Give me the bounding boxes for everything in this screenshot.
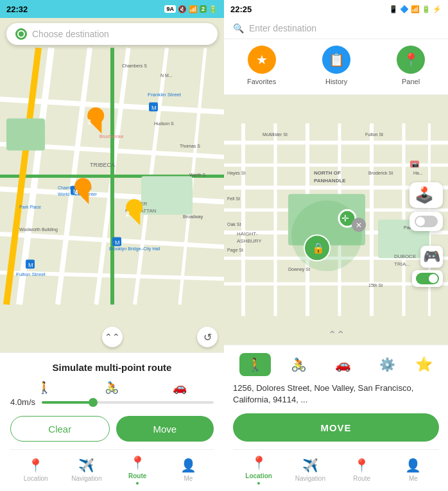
svg-rect-14 bbox=[6, 119, 45, 151]
move-right-button[interactable]: MOVE bbox=[233, 413, 439, 442]
left-nav-bar: 📍 Location ✈️ Navigation 📍 Route 👤 Me bbox=[10, 449, 214, 491]
svg-text:Worth S: Worth S bbox=[189, 173, 205, 177]
walk-mode[interactable]: 🚶 bbox=[239, 353, 271, 376]
nav-label-location: Location bbox=[24, 475, 48, 482]
badge-2: 2 bbox=[200, 5, 207, 13]
svg-text:Broderick St: Broderick St bbox=[368, 171, 393, 175]
right-map[interactable]: McAllister St Fulton St Hayes St Fell St… bbox=[224, 95, 448, 345]
r-nav-item-location[interactable]: 📍 Location bbox=[233, 455, 284, 485]
avatar-widget[interactable]: 🎮 bbox=[420, 246, 443, 268]
svg-text:Page St: Page St bbox=[227, 248, 243, 253]
settings-mode[interactable]: ⚙️ bbox=[372, 353, 403, 376]
quick-actions: ★ Favorites 📋 History 📍 Panel bbox=[224, 39, 448, 95]
badge-9a: 9A bbox=[164, 5, 176, 13]
svg-text:Fulton Street: Fulton Street bbox=[16, 271, 46, 277]
navigation-nav-icon: ✈️ bbox=[78, 458, 94, 473]
move-button[interactable]: Move bbox=[116, 416, 214, 442]
svg-text:PANHANDLE: PANHANDLE bbox=[314, 178, 346, 184]
svg-text:Hayes St: Hayes St bbox=[227, 171, 245, 176]
svg-text:M: M bbox=[151, 105, 157, 111]
toggle-row-1 bbox=[415, 216, 438, 227]
clear-button[interactable]: Clear bbox=[10, 416, 110, 442]
me-nav-icon: 👤 bbox=[180, 458, 196, 473]
svg-text:Hudson S: Hudson S bbox=[154, 121, 174, 126]
joystick-widget[interactable]: 🕹️ bbox=[409, 182, 443, 208]
walk-icon[interactable]: 🚶 bbox=[37, 381, 51, 395]
svg-text:Oak St: Oak St bbox=[227, 222, 241, 227]
left-search-bar[interactable]: Choose destination bbox=[6, 23, 218, 45]
svg-text:✕: ✕ bbox=[356, 221, 362, 230]
right-status-bar: 22:25 📱 🔷 📶 🔋 ⚡ bbox=[224, 0, 448, 18]
svg-text:📷: 📷 bbox=[412, 161, 418, 168]
svg-text:TRIBECA: TRIBECA bbox=[90, 162, 115, 168]
speed-label: 4.0m/s bbox=[10, 397, 35, 407]
scroll-up-button[interactable]: ⌃⌃ bbox=[102, 327, 123, 347]
toggle-switch-2[interactable] bbox=[416, 273, 439, 284]
undo-button[interactable]: ↺ bbox=[197, 327, 218, 347]
r-nav-item-me[interactable]: 👤 Me bbox=[388, 458, 439, 482]
favorites-label: Favorites bbox=[247, 78, 276, 85]
svg-text:McAllister St: McAllister St bbox=[263, 132, 288, 137]
nav-label-route: Route bbox=[128, 472, 146, 479]
r-nav-label-navigation: Navigation bbox=[295, 475, 325, 482]
speed-fill bbox=[42, 401, 93, 404]
svg-text:15th St: 15th St bbox=[368, 283, 383, 288]
nav-item-navigation[interactable]: ✈️ Navigation bbox=[61, 458, 112, 482]
transport-icons-row: 🚶 🚴 🚗 bbox=[10, 381, 214, 395]
favorites-action[interactable]: ★ Favorites bbox=[247, 46, 276, 85]
action-buttons: Clear Move bbox=[10, 416, 214, 442]
toggle-widget-1 bbox=[409, 212, 443, 231]
svg-text:Park Place: Park Place bbox=[19, 205, 41, 209]
right-bottom-panel: 🚶 🚴 🚗 ⚙️ ⭐ 1256, Dolores Street, Noe Val… bbox=[224, 345, 448, 491]
panel-label: Panel bbox=[402, 78, 420, 85]
car-mode[interactable]: 🚗 bbox=[327, 353, 359, 376]
svg-text:TRIA...: TRIA... bbox=[394, 261, 410, 267]
bike-mode[interactable]: 🚴 bbox=[283, 353, 314, 376]
route-nav-icon: 📍 bbox=[130, 455, 146, 470]
toggle-widget-2 bbox=[412, 270, 443, 287]
svg-text:✛: ✛ bbox=[341, 213, 349, 223]
speed-slider[interactable] bbox=[42, 401, 214, 404]
right-search-placeholder: Enter destination bbox=[249, 23, 316, 33]
wifi-icon: 📶 bbox=[411, 5, 420, 13]
svg-text:Broadway: Broadway bbox=[183, 214, 203, 220]
left-map[interactable]: TRIBECA LOWER MANHATTAN Brushstroke Cham… bbox=[0, 0, 224, 352]
left-status-bar: 22:32 9A 🔇 📶 2 🔋 bbox=[0, 0, 224, 18]
panel-action[interactable]: 📍 Panel bbox=[397, 46, 425, 85]
nav-item-route[interactable]: 📍 Route bbox=[112, 455, 163, 485]
right-status-icons: 📱 🔷 📶 🔋 ⚡ bbox=[389, 5, 442, 13]
favorite-star[interactable]: ⭐ bbox=[415, 356, 433, 373]
left-time: 22:32 bbox=[6, 4, 28, 14]
car-icon[interactable]: 🚗 bbox=[173, 381, 187, 395]
favorites-icon: ★ bbox=[248, 46, 276, 74]
simulate-title: Simulate multi-point route bbox=[10, 362, 214, 373]
toggle-switch-1[interactable] bbox=[415, 216, 438, 227]
charging-icon: ⚡ bbox=[433, 5, 442, 13]
r-nav-item-route[interactable]: 📍 Route bbox=[336, 458, 388, 482]
history-action[interactable]: 📋 History bbox=[322, 46, 350, 85]
nav-item-me[interactable]: 👤 Me bbox=[163, 458, 214, 482]
nav-label-navigation: Navigation bbox=[71, 475, 101, 482]
svg-text:HAIGHT-: HAIGHT- bbox=[237, 231, 258, 237]
svg-text:4: 4 bbox=[74, 189, 78, 196]
r-navigation-nav-icon: ✈️ bbox=[302, 458, 318, 473]
r-route-nav-icon: 📍 bbox=[354, 458, 370, 473]
chevron-up-btn[interactable]: ⌃⌃ bbox=[328, 329, 345, 341]
r-nav-label-route: Route bbox=[353, 475, 370, 482]
sim-icon: 📱 bbox=[389, 5, 398, 13]
svg-text:Downey St: Downey St bbox=[288, 267, 310, 272]
transport-mode-bar: 🚶 🚴 🚗 ⚙️ ⭐ bbox=[233, 353, 439, 376]
r-nav-item-navigation[interactable]: ✈️ Navigation bbox=[284, 458, 336, 482]
right-search-bar[interactable]: 🔍 Enter destination bbox=[224, 18, 448, 39]
left-search-placeholder: Choose destination bbox=[32, 29, 109, 39]
joystick-icon: 🕹️ bbox=[415, 186, 434, 203]
svg-text:🔒: 🔒 bbox=[312, 242, 325, 254]
svg-text:Thomas S: Thomas S bbox=[180, 144, 200, 148]
svg-text:Brushstroke: Brushstroke bbox=[99, 134, 123, 139]
battery-icon: 🔋 bbox=[422, 5, 431, 13]
history-label: History bbox=[325, 78, 347, 85]
nav-item-location[interactable]: 📍 Location bbox=[10, 458, 61, 482]
bike-icon[interactable]: 🚴 bbox=[105, 381, 119, 395]
svg-text:Fell St: Fell St bbox=[227, 196, 240, 201]
location-icon bbox=[15, 28, 27, 40]
